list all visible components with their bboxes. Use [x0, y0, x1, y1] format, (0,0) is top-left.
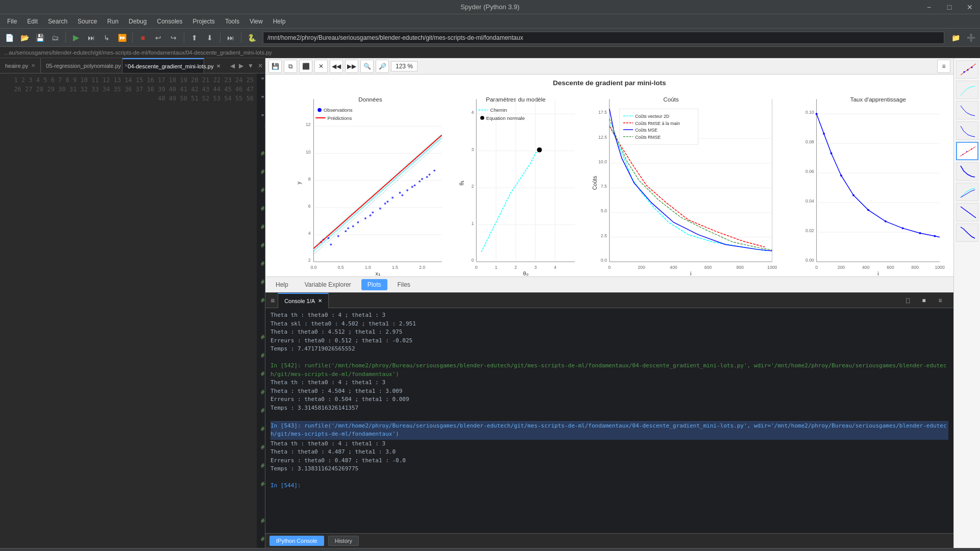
tab-close-all[interactable]: ✕ [256, 62, 265, 69]
save-button[interactable]: 💾 [33, 31, 47, 45]
plot-next-btn[interactable]: ▶▶ [345, 60, 358, 73]
plot-stop-btn[interactable]: ⬛ [299, 60, 312, 73]
menu-consoles[interactable]: Consoles [152, 16, 187, 27]
console-tab-close[interactable]: ✕ [318, 298, 322, 304]
tab-regression-close[interactable]: ✕ [124, 63, 128, 68]
menu-source[interactable]: Source [72, 16, 102, 27]
code-text[interactable]: "kw">import time "kw">import numpy "kw">… [257, 73, 265, 548]
thumb-6[interactable] [956, 162, 978, 181]
console-btn-2[interactable]: ■ [917, 293, 931, 308]
svg-point-155 [971, 67, 973, 68]
thumb-9[interactable] [956, 223, 978, 242]
debug-button[interactable]: ⏩ [115, 31, 129, 45]
menu-help[interactable]: Help [268, 16, 291, 27]
svg-point-30 [337, 235, 339, 237]
svg-point-143 [830, 153, 832, 155]
menu-search[interactable]: Search [43, 16, 72, 27]
plot-zoom-in-btn[interactable]: 🔍 [360, 60, 374, 73]
menu-view[interactable]: View [244, 16, 268, 27]
right-panel: 💾 ⧉ ⬛ ✕ ◀◀ ▶▶ 🔍 🔎 123 % ≡ Descente de gr… [265, 58, 953, 548]
plot-save-btn[interactable]: 💾 [268, 60, 282, 73]
tab-descente-close[interactable]: ✕ [216, 63, 220, 69]
svg-text:17.5: 17.5 [598, 110, 607, 115]
console-line-12: Erreurs : theta0 : 0.487 ; theta1 : -0.0 [271, 457, 948, 465]
run-button[interactable]: ▶ [69, 31, 83, 45]
svg-text:Coûts MSE: Coûts MSE [635, 128, 657, 133]
svg-rect-165 [957, 183, 978, 201]
console-btn-3[interactable]: ≡ [933, 293, 947, 308]
console-line-blank-3 [271, 473, 948, 482]
tab-descente-active[interactable]: 04-descente_gradient_mini-lots.py ✕ [122, 58, 204, 73]
tab-menu[interactable]: ▼ [246, 62, 256, 69]
svg-point-55 [317, 108, 322, 112]
ipython-console-btn[interactable]: IPython Console [270, 536, 324, 546]
svg-text:0.0: 0.0 [601, 258, 607, 263]
tab-variable-explorer[interactable]: Variable Explorer [299, 279, 357, 290]
console-menu-btn[interactable]: ≡ [267, 293, 278, 308]
add-path-button[interactable]: ➕ [964, 31, 978, 45]
tab-console-1[interactable]: Console 1/A ✕ [278, 293, 329, 308]
console-line-4: Erreurs : theta0 : 0.512 ; theta1 : -0.0… [271, 337, 948, 345]
tab-help[interactable]: Help [270, 279, 295, 290]
svg-text:12: 12 [306, 122, 311, 127]
browse-button[interactable]: 📁 [948, 31, 963, 45]
console-line-7: Theta : theta0 : 4.504 ; theta1 : 3.009 [271, 387, 948, 396]
environment-button[interactable]: 🐍 [244, 31, 259, 45]
plot-zoom-out-btn[interactable]: 🔎 [376, 60, 389, 73]
thumb-5[interactable] [956, 142, 978, 160]
code-editor[interactable]: 1 2 3 4 5 6 7 8 9 10 11 12 13 14 15 16 1… [0, 73, 265, 548]
maximize-button[interactable]: □ [939, 0, 960, 14]
plot-prev-btn[interactable]: ◀◀ [330, 60, 343, 73]
svg-point-147 [885, 220, 887, 222]
console-btn-1[interactable]: ⎕ [900, 293, 915, 308]
toolbar-btn-6[interactable]: ↪ [166, 31, 181, 45]
history-btn[interactable]: History [328, 536, 359, 546]
menu-edit[interactable]: Edit [22, 16, 43, 27]
thumb-3[interactable] [956, 101, 978, 119]
thumb-4[interactable] [956, 121, 978, 140]
tab-plots[interactable]: Plots [361, 279, 387, 290]
path-bar[interactable]: /mnt/home2/phroy/Bureau/seriousgames/ble… [263, 32, 944, 44]
toolbar-btn-5[interactable]: ↩ [151, 31, 165, 45]
tab-heaire[interactable]: heaire.py ✕ [0, 58, 41, 73]
svg-point-144 [840, 174, 842, 177]
thumb-7[interactable] [956, 183, 978, 201]
menu-projects[interactable]: Projects [188, 16, 220, 27]
save-all-button[interactable]: 🗂 [48, 31, 62, 45]
svg-point-161 [962, 154, 963, 155]
tab-regression[interactable]: 05-regression_polynomiale.py ✕ [41, 58, 122, 73]
thumb-1[interactable] [956, 60, 978, 79]
svg-point-40 [406, 189, 408, 191]
tab-arrow-left[interactable]: ◀ [228, 62, 237, 69]
plot-copy-btn[interactable]: ⧉ [284, 60, 297, 73]
svg-text:800: 800 [737, 265, 744, 270]
new-file-button[interactable]: 📄 [2, 31, 16, 45]
console-line-11: Theta : theta0 : 4.487 ; theta1 : 3.0 [271, 448, 948, 457]
run-cell-button[interactable]: ⏭ [84, 31, 99, 45]
open-file-button[interactable]: 📂 [17, 31, 32, 45]
thumb-8[interactable] [956, 203, 978, 221]
tab-files[interactable]: Files [391, 279, 416, 290]
svg-point-146 [867, 209, 869, 211]
menu-tools[interactable]: Tools [220, 16, 244, 27]
run-selection-button[interactable]: ↳ [100, 31, 114, 45]
plot-settings-btn[interactable]: ≡ [937, 60, 950, 73]
menu-debug[interactable]: Debug [124, 16, 152, 27]
plot-close-btn[interactable]: ✕ [314, 60, 328, 73]
tab-arrow-right[interactable]: ▶ [237, 62, 246, 69]
stop-button[interactable]: ■ [136, 31, 150, 45]
menu-file[interactable]: File [2, 16, 22, 27]
thumb-2[interactable] [956, 81, 978, 99]
console-line-10: Theta th : theta0 : 4 ; theta1 : 3 [271, 440, 948, 448]
svg-point-150 [934, 235, 936, 237]
toolbar-btn-9[interactable]: ⏭ [224, 31, 238, 45]
svg-point-36 [379, 208, 381, 210]
console-line-blank-2 [271, 412, 948, 421]
tab-heaire-close[interactable]: ✕ [31, 63, 35, 68]
toolbar-btn-8[interactable]: ⬇ [203, 31, 217, 45]
console-line-6: Theta th : theta0 : 4 ; theta1 : 3 [271, 379, 948, 387]
close-button[interactable]: ✕ [960, 0, 980, 14]
toolbar-btn-7[interactable]: ⬆ [187, 31, 202, 45]
minimize-button[interactable]: − [919, 0, 939, 14]
menu-run[interactable]: Run [102, 16, 124, 27]
